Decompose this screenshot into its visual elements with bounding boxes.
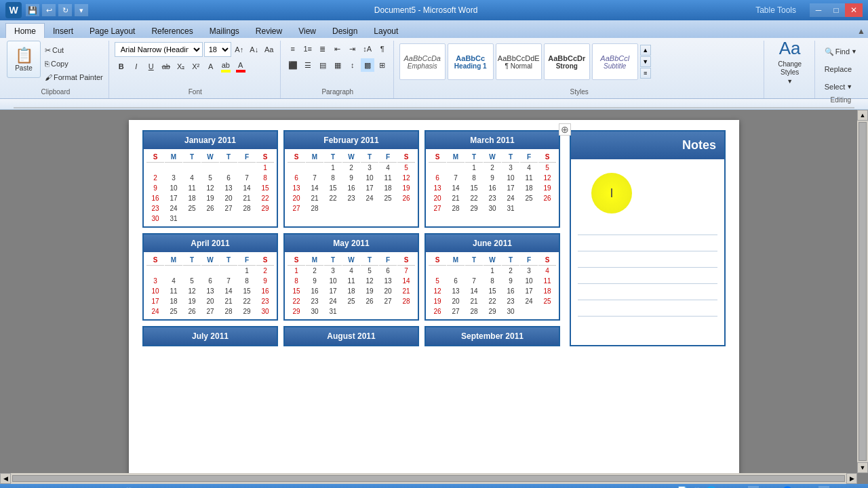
undo-quick-btn[interactable]: ↩ — [42, 4, 56, 16]
increase-indent-btn[interactable]: ⇥ — [346, 42, 359, 56]
align-center-btn[interactable]: ☰ — [301, 58, 315, 72]
notes-panel: Notes I — [570, 130, 726, 346]
justify-btn[interactable]: ▦ — [331, 58, 344, 72]
notes-title: Notes — [682, 138, 716, 152]
february-header: February 2011 — [285, 131, 418, 149]
calendars-container: January 2011 SMTWTFS 1 2345678 910111213… — [142, 130, 564, 346]
note-line-3 — [578, 253, 717, 268]
highlight-btn[interactable]: ab — [219, 60, 233, 73]
customize-quick-btn[interactable]: ▾ — [75, 4, 88, 16]
style-scroll-down[interactable]: ▼ — [640, 56, 651, 67]
style-scroll-up[interactable]: ▲ — [640, 45, 651, 56]
scroll-left-btn[interactable]: ◀ — [0, 473, 11, 484]
format-painter-button[interactable]: 🖌 Format Painter — [43, 71, 104, 83]
close-btn[interactable]: ✕ — [845, 3, 863, 17]
grow-font-btn[interactable]: A↑ — [233, 43, 246, 56]
calendar-august-partial: August 2011 — [283, 326, 419, 346]
bottom-scrollbar[interactable]: ◀ ▶ — [0, 473, 857, 484]
cut-button[interactable]: ✂ Cut — [43, 44, 104, 56]
change-styles-label: Change Styles — [770, 60, 810, 77]
style-subtitle[interactable]: AaBbCcl Subtitle — [592, 43, 638, 80]
show-formatting-btn[interactable]: ¶ — [376, 42, 389, 56]
document-title: Document5 - Microsoft Word — [96, 5, 755, 15]
underline-btn[interactable]: U — [144, 60, 158, 73]
maximize-btn[interactable]: □ — [827, 3, 845, 17]
editing-group: 🔍 Find ▼ Replace Select ▼ Editing — [816, 41, 865, 98]
clear-format-btn[interactable]: Aa — [262, 43, 276, 56]
tab-home[interactable]: Home — [5, 23, 45, 38]
note-line-1 — [578, 220, 717, 235]
calendar-february: February 2011 SMTWTFS 12345 6789101112 1… — [283, 130, 419, 228]
superscript-btn[interactable]: X² — [189, 60, 203, 73]
decrease-indent-btn[interactable]: ⇤ — [331, 42, 344, 56]
numbering-btn[interactable]: 1≡ — [301, 42, 315, 56]
tab-insert[interactable]: Insert — [45, 24, 81, 38]
tab-references[interactable]: References — [143, 24, 201, 38]
copy-button[interactable]: ⎘ Copy — [43, 58, 104, 70]
align-left-btn[interactable]: ⬛ — [286, 58, 300, 72]
subscript-btn[interactable]: X₂ — [174, 60, 188, 73]
shrink-font-btn[interactable]: A↓ — [248, 43, 261, 56]
july-header-partial: July 2011 — [144, 327, 277, 345]
march-header: March 2011 — [426, 131, 559, 149]
ribbon-tabs: Home Insert Page Layout References Maili… — [0, 20, 868, 38]
styles-label: Styles — [399, 87, 760, 96]
style-heading1[interactable]: AaBbCc Heading 1 — [448, 43, 494, 80]
table-add-btn[interactable]: ⊕ — [559, 123, 571, 136]
tab-design[interactable]: Design — [324, 24, 366, 38]
copy-icon: ⎘ — [45, 60, 50, 68]
font-color-btn[interactable]: A — [234, 60, 248, 73]
shading-btn[interactable]: ▩ — [361, 58, 374, 72]
multilevel-btn[interactable]: ≣ — [316, 42, 330, 56]
tab-layout[interactable]: Layout — [366, 24, 406, 38]
style-strong[interactable]: AaBbCcDr Strong — [544, 43, 590, 80]
style-normal[interactable]: AaBbCcDdE ¶ Normal — [496, 43, 542, 80]
borders-btn[interactable]: ⊞ — [376, 58, 389, 72]
align-right-btn[interactable]: ▤ — [316, 58, 330, 72]
line-spacing-btn[interactable]: ↕ — [346, 58, 359, 72]
tab-review[interactable]: Review — [248, 24, 290, 38]
text-effects-btn[interactable]: A — [204, 60, 218, 73]
scroll-up-btn[interactable]: ▲ — [857, 110, 868, 121]
strikethrough-btn[interactable]: ab — [159, 60, 173, 73]
august-header-partial: August 2011 — [285, 327, 418, 345]
calendar-may: May 2011 SMTWTFS 1234567 891011121314 15… — [283, 233, 419, 321]
ruler-horizontal — [0, 99, 868, 110]
paste-label: Paste — [15, 64, 33, 72]
notes-body[interactable]: I — [571, 159, 724, 325]
calendar-march: March 2011 SMTWTFS 12345 6789101112 1314… — [425, 130, 560, 228]
bold-btn[interactable]: B — [115, 60, 128, 73]
save-quick-btn[interactable]: 💾 — [26, 4, 39, 16]
calendar-september-partial: September 2011 — [425, 326, 560, 346]
right-scrollbar[interactable]: ▲ ▼ — [857, 110, 868, 473]
paste-button[interactable]: 📋 Paste — [7, 41, 41, 78]
tab-page-layout[interactable]: Page Layout — [81, 24, 143, 38]
scroll-h-thumb[interactable] — [12, 475, 845, 482]
scroll-down-btn[interactable]: ▼ — [857, 462, 868, 473]
calendar-april: April 2011 SMTWTFS 12 3456789 1011121314… — [142, 233, 278, 321]
ribbon-expand-btn[interactable]: ▲ — [854, 24, 868, 38]
change-styles-button[interactable]: Aa Change Styles ▼ — [770, 41, 810, 81]
select-button[interactable]: Select ▼ — [821, 79, 861, 95]
italic-btn[interactable]: I — [130, 60, 143, 73]
document-page: ⊕ January 2011 SMTWTFS 1 2345678 9101112… — [129, 120, 739, 484]
sort-btn[interactable]: ↕A — [361, 42, 374, 56]
note-line-4 — [578, 269, 717, 284]
tab-view[interactable]: View — [290, 24, 324, 38]
find-icon: 🔍 — [825, 47, 834, 56]
scroll-right-btn[interactable]: ▶ — [846, 473, 857, 484]
style-expand[interactable]: ≡ — [640, 68, 651, 79]
status-bar: Page: 1 of 1 | Words: 0 | 📖 English (Aus… — [0, 484, 868, 488]
bullets-btn[interactable]: ≡ — [286, 42, 300, 56]
minimize-btn[interactable]: ─ — [810, 3, 827, 17]
font-name-select[interactable]: Arial Narrow (Headings) — [115, 42, 203, 57]
calendar-june: June 2011 SMTWTFS 1234 567891011 1213141… — [425, 233, 560, 321]
style-emphasis[interactable]: AaBbCcDa Emphasis — [399, 43, 446, 80]
scroll-thumb[interactable] — [859, 122, 867, 461]
font-size-select[interactable]: 18 — [204, 42, 231, 57]
cut-icon: ✂ — [45, 46, 51, 55]
tab-mailings[interactable]: Mailings — [201, 24, 248, 38]
replace-button[interactable]: Replace — [821, 61, 861, 77]
find-button[interactable]: 🔍 Find ▼ — [821, 43, 861, 60]
redo-quick-btn[interactable]: ↻ — [58, 4, 72, 16]
